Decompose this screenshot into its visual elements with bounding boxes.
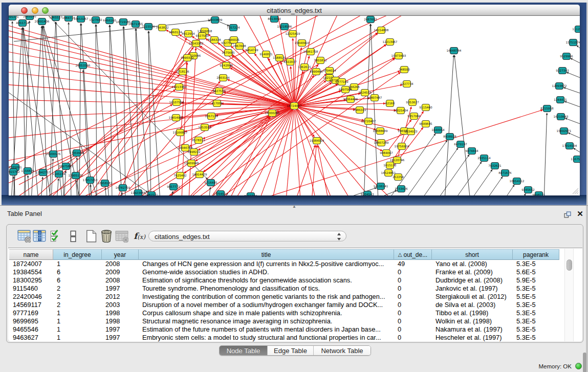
node-label: 10688609	[373, 129, 388, 133]
new-column-button[interactable]	[84, 229, 98, 243]
cell-title: Corpus callosum shape and size in male p…	[139, 309, 394, 317]
node-label: 1362615	[298, 65, 311, 69]
table-row[interactable]: 1456911722003Disruption of a novel membe…	[9, 301, 559, 309]
node-label: 9115766	[244, 194, 257, 195]
select-all-button[interactable]	[50, 229, 63, 243]
citation-edge-black[interactable]	[521, 194, 526, 196]
citation-edge-black[interactable]	[421, 148, 458, 195]
node-label: 15409948	[184, 162, 199, 165]
show-column-settings-button[interactable]	[17, 229, 31, 243]
citation-edge-black[interactable]	[568, 133, 580, 139]
node-label: 30975887	[59, 165, 74, 168]
sort-ascending-icon: △	[398, 252, 402, 257]
node-label: 9794024	[323, 69, 336, 72]
table-row[interactable]: 2242004622012Investigating the contribut…	[9, 293, 559, 301]
unselect-all-button[interactable]	[67, 229, 80, 243]
citation-edge-black[interactable]	[219, 22, 229, 26]
memory-status-indicator[interactable]	[575, 363, 582, 369]
column-header-name[interactable]: name	[9, 249, 53, 260]
tab-node-table[interactable]: Node Table	[220, 346, 267, 355]
node-label: 9245652	[521, 188, 535, 191]
network-canvas[interactable]: 1995371405571420691402069140610655271084…	[9, 16, 580, 195]
citation-edge-red[interactable]	[298, 107, 400, 130]
vertical-scrollbar[interactable]	[564, 249, 574, 341]
node-label: 8990448	[310, 70, 323, 73]
network-window-titlebar[interactable]: citations_edges.txt	[9, 5, 580, 16]
cell-short: Wolkin et al. (1998)	[432, 317, 513, 325]
citation-edge-black[interactable]	[124, 27, 137, 195]
column-header-out_de[interactable]: △out_de...	[394, 249, 432, 260]
function-builder-button[interactable]: f(x)	[133, 229, 146, 243]
tab-edge-table[interactable]: Edge Table	[267, 346, 313, 355]
citation-edge-black[interactable]	[43, 26, 80, 195]
citation-edge-black[interactable]	[503, 185, 514, 195]
node-label: 9334923	[404, 130, 418, 133]
column-header-title[interactable]: title	[139, 249, 394, 260]
column-header-pagerank[interactable]: pagerank	[513, 249, 559, 260]
select-columns-button[interactable]	[33, 229, 46, 243]
table-row[interactable]: 911546021997Tourette syndrome. Phenomeno…	[9, 285, 559, 293]
node-label: 1244415	[554, 98, 567, 101]
citation-edge-black[interactable]	[564, 87, 580, 94]
node-label: 14136141	[374, 185, 388, 188]
column-header-short[interactable]: short	[432, 249, 513, 260]
node-label: 16107554	[169, 101, 184, 104]
column-header-in_degree[interactable]: in_degree	[53, 249, 102, 260]
panel-right-edge	[586, 206, 588, 372]
table-row[interactable]: 946362711997Embryonic stem cells: a mode…	[9, 334, 559, 341]
node-label: 8471676	[498, 171, 512, 174]
citation-edge-black[interactable]	[209, 187, 210, 195]
delete-table-button[interactable]	[115, 229, 128, 243]
citation-edge-red[interactable]	[295, 110, 301, 195]
citation-edge-black[interactable]	[437, 155, 469, 195]
column-header-year[interactable]: year	[102, 249, 139, 260]
citation-edge-black[interactable]	[486, 177, 503, 195]
close-panel-icon[interactable]: ✕	[576, 210, 584, 218]
cell-in_degree: 6	[53, 268, 102, 276]
citation-edge-red[interactable]	[286, 110, 294, 195]
citation-edge-black[interactable]	[28, 176, 30, 195]
node-label: 7955812	[314, 59, 327, 62]
node-label: 1733426	[395, 187, 408, 190]
delete-column-button[interactable]	[100, 229, 113, 243]
citation-edge-black[interactable]	[567, 72, 580, 79]
citation-edge-black[interactable]	[565, 101, 580, 108]
citation-edge-black[interactable]	[574, 148, 580, 154]
node-label: 10807487	[367, 96, 382, 99]
table-select-combobox[interactable]: citations_edges.txt	[148, 231, 346, 242]
cell-short: Dudbridge et al. (2008)	[432, 276, 513, 285]
table-row[interactable]: 1830029562008Estimation of significance …	[9, 276, 559, 285]
cell-short: Yano et al. (2008)	[432, 260, 513, 268]
citation-edge-black[interactable]	[571, 58, 580, 64]
citation-network-graph[interactable]: 1995371405571420691402069140610655271084…	[9, 16, 580, 195]
float-panel-icon[interactable]	[564, 211, 571, 218]
node-label: 417004	[211, 102, 223, 105]
node-label: 13704514	[213, 192, 228, 195]
node-label: 3675685	[222, 51, 235, 54]
node-label: 19218586	[277, 25, 292, 28]
node-label: 8454749	[245, 49, 258, 52]
window-resize-grip[interactable]	[572, 187, 579, 194]
table-row[interactable]: 946554611997Estimation of the future num…	[9, 325, 559, 334]
citation-edge-black[interactable]	[57, 179, 58, 195]
scrollbar-thumb[interactable]	[567, 259, 572, 271]
cell-name: 9465546	[9, 325, 53, 334]
citation-edge-red[interactable]	[254, 110, 542, 195]
citation-edge-black[interactable]	[404, 140, 447, 195]
table-row[interactable]: 1938455462009Genome-wide association stu…	[9, 268, 559, 276]
cell-title: Changes of HCN gene expression and I(f) …	[139, 260, 394, 268]
column-header-label: out_de...	[403, 251, 427, 258]
citation-edge-black[interactable]	[577, 46, 580, 51]
citation-edge-black[interactable]	[384, 190, 397, 195]
tab-network-table[interactable]: Network Table	[313, 346, 371, 355]
citation-edge-black[interactable]	[565, 118, 580, 125]
table-row[interactable]: 1872400712008Changes of HCN gene express…	[9, 260, 559, 268]
citation-edge-black[interactable]	[76, 180, 78, 195]
table-row[interactable]: 969969511998Structural magnetic resonanc…	[9, 317, 559, 325]
citation-edge-black[interactable]	[445, 55, 454, 195]
table-row[interactable]: 977716911998Corpus callosum shape and si…	[9, 309, 559, 317]
cell-short: Nakamura et al. (1997)	[432, 325, 513, 334]
citation-edge-black[interactable]	[544, 113, 547, 195]
citation-edge-red[interactable]	[318, 145, 329, 195]
citation-edge-black[interactable]	[454, 55, 470, 195]
